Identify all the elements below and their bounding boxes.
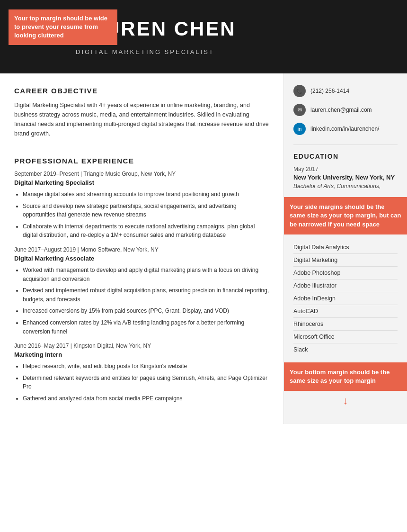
list-item: Worked with management to develop and ap… xyxy=(23,266,269,283)
main-content: CAREER OBJECTIVE Digital Marketing Speci… xyxy=(0,73,407,424)
skill-item: Digital Data Analytics xyxy=(293,241,398,254)
edu-degree: Bachelor of Arts, Communications, xyxy=(293,183,398,189)
skill-item: Adobe Illustrator xyxy=(293,280,398,292)
list-item: Helped research, write, and edit blog po… xyxy=(23,362,269,371)
education-section: EDUCATION May 2017 New York University, … xyxy=(293,153,398,189)
job-3-period: June 2016–May 2017 | Kingston Digital, N… xyxy=(14,343,269,349)
linkedin-url: linkedin.com/in/laurenchen/ xyxy=(310,126,379,132)
job-3-title: Marketing Intern xyxy=(14,351,269,358)
linkedin-icon: in xyxy=(293,123,306,135)
resume-page: ↑ Your top margin should be wide to prev… xyxy=(0,0,407,532)
list-item: Determined relevant keywords and entitie… xyxy=(23,374,269,391)
tooltip-side-margin: Your side margins should be the same siz… xyxy=(284,197,407,234)
phone-number: (212) 256-1414 xyxy=(310,88,349,94)
skills-section: Digital Data Analytics Digital Marketing… xyxy=(293,241,398,356)
career-objective-title: CAREER OBJECTIVE xyxy=(14,87,269,95)
email-address: lauren.chen@gmail.com xyxy=(310,107,372,113)
tooltip-top-text: Your top margin should be wide to preven… xyxy=(14,15,107,39)
education-title: EDUCATION xyxy=(293,153,398,160)
list-item: Manage digital sales and streaming accou… xyxy=(23,190,269,199)
list-item: Collaborate with internal departments to… xyxy=(23,222,269,240)
job-2-title: Digital Marketing Associate xyxy=(14,255,269,262)
professional-experience-section: PROFESSIONAL EXPERIENCE September 2019–P… xyxy=(14,157,269,403)
skill-item: Rhinoceros xyxy=(293,318,398,331)
list-item: Enhanced conversion rates by 12% via A/B… xyxy=(23,318,269,336)
job-1-title: Digital Marketing Specialist xyxy=(14,179,269,186)
phone-contact: 📞 (212) 256-1414 xyxy=(293,85,398,97)
edu-school: New York University, New York, NY xyxy=(293,173,398,182)
tooltip-side-text: Your side margins should be the same siz… xyxy=(290,203,401,227)
list-item: Gathered and analyzed data from social m… xyxy=(23,394,269,403)
job-1-bullets: Manage digital sales and streaming accou… xyxy=(23,190,269,240)
right-column: 📞 (212) 256-1414 ✉ lauren.chen@gmail.com… xyxy=(284,73,407,424)
candidate-title: DIGITAL MARKETING SPECIALIST xyxy=(76,48,388,55)
edu-date: May 2017 xyxy=(293,166,398,172)
skill-item: Slack xyxy=(293,343,398,356)
list-item: Increased conversions by 15% from paid s… xyxy=(23,307,269,316)
job-entry-3: June 2016–May 2017 | Kingston Digital, N… xyxy=(14,343,269,403)
job-3-bullets: Helped research, write, and edit blog po… xyxy=(23,362,269,403)
list-item: Source and develop new strategic partner… xyxy=(23,202,269,219)
job-2-bullets: Worked with management to develop and ap… xyxy=(23,266,269,336)
email-contact: ✉ lauren.chen@gmail.com xyxy=(293,104,398,116)
professional-experience-title: PROFESSIONAL EXPERIENCE xyxy=(14,157,269,165)
skill-item: Adobe Photoshop xyxy=(293,267,398,280)
skill-item: AutoCAD xyxy=(293,305,398,318)
job-1-period: September 2019–Present | Triangle Music … xyxy=(14,171,269,177)
job-entry-2: June 2017–August 2019 | Momo Software, N… xyxy=(14,246,269,336)
job-entry-1: September 2019–Present | Triangle Music … xyxy=(14,171,269,240)
email-icon: ✉ xyxy=(293,104,306,116)
left-column: CAREER OBJECTIVE Digital Marketing Speci… xyxy=(0,73,284,424)
arrow-down-icon: ↓ xyxy=(293,395,398,407)
candidate-name: LAUREN CHEN xyxy=(76,18,388,40)
skill-item: Digital Marketing xyxy=(293,254,398,267)
tooltip-top-margin: Your top margin should be wide to preven… xyxy=(9,9,117,45)
right-separator-1 xyxy=(293,144,398,145)
phone-icon: 📞 xyxy=(293,85,306,97)
skill-item: Microsoft Office xyxy=(293,331,398,343)
linkedin-contact: in linkedin.com/in/laurenchen/ xyxy=(293,123,398,135)
career-objective-section: CAREER OBJECTIVE Digital Marketing Speci… xyxy=(14,87,269,138)
section-separator xyxy=(14,149,269,149)
resume-header: ↑ Your top margin should be wide to prev… xyxy=(0,0,407,73)
list-item: Devised and implemented robust digital a… xyxy=(23,286,269,304)
skill-item: Adobe InDesign xyxy=(293,292,398,305)
tooltip-bottom-text: Your bottom margin should be the same si… xyxy=(290,369,389,384)
contact-section: 📞 (212) 256-1414 ✉ lauren.chen@gmail.com… xyxy=(293,85,398,135)
job-2-period: June 2017–August 2019 | Momo Software, N… xyxy=(14,246,269,253)
career-objective-text: Digital Marketing Specialist with 4+ yea… xyxy=(14,100,269,138)
tooltip-bottom-margin: Your bottom margin should be the same si… xyxy=(284,362,407,391)
